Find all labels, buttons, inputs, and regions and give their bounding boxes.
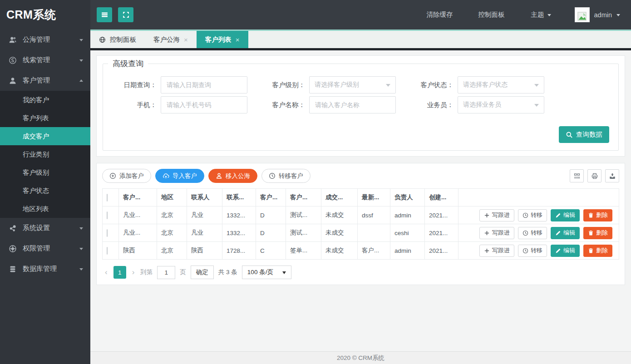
transfer-button[interactable]: 转移 [518,245,547,257]
button-label: 移入公海 [226,172,250,180]
transfer-button[interactable]: 转移 [518,227,547,239]
topbar-right: 清除缓存控制面板主题admin [401,7,621,22]
table-toolbar: 添加客户导入客户移入公海转移客户 [102,169,619,183]
user-icon [9,77,17,85]
database-icon [9,265,17,273]
page-size-select[interactable]: 100 条/页 [242,266,291,279]
tab-label: 客户列表 [205,35,232,44]
search-fieldset: 高级查询 日期查询：客户级别：请选择客户级别客户状态：请选择客户状态手机：客户名… [103,59,619,151]
tab-customer-list[interactable]: 客户列表× [197,31,248,48]
close-icon[interactable]: × [184,36,188,44]
table-cell: 陕西 [119,242,157,260]
delete-button[interactable]: 删除 [583,227,612,239]
tab-customer-public-sea[interactable]: 客户公海× [145,31,197,48]
table-cell: D [256,207,286,224]
sidebar-item-region-list[interactable]: 地区列表 [0,200,90,218]
close-icon[interactable]: × [236,36,240,44]
customer-level-select[interactable]: 请选择客户级别 [309,76,396,93]
caret-down-icon [547,14,551,18]
table-cell: 陕西 [187,242,222,260]
sidebar-item-public-sea-mgmt[interactable]: 公海管理 [0,30,90,50]
app-title: CRM系统 [0,0,90,30]
sidebar-item-system-settings[interactable]: 系统设置 [0,218,90,238]
sidebar-item-permission-mgmt[interactable]: 权限管理 [0,238,90,259]
print-button[interactable] [587,169,601,182]
sidebar-item-database-mgmt[interactable]: 数据库管理 [0,259,90,279]
add-customer-button[interactable]: 添加客户 [102,169,151,183]
sidebar-item-lead-mgmt[interactable]: 线索管理 [0,50,90,70]
select-all-checkbox[interactable] [107,194,108,202]
move-to-public-sea-button[interactable]: 移入公海 [208,169,257,183]
row-checkbox[interactable] [107,229,108,237]
sidebar-item-industry-category[interactable]: 行业类别 [0,145,90,163]
mobile-input[interactable] [161,96,247,113]
prev-page-button[interactable]: ‹ [104,268,109,277]
edit-button[interactable]: 编辑 [551,227,580,239]
header-link-clear-cache[interactable]: 清除缓存 [427,10,453,19]
customer-name-input[interactable] [309,96,396,113]
sidebar-item-customer-mgmt[interactable]: 客户管理 [0,70,90,91]
page-number-button[interactable]: 1 [113,266,126,279]
trash-icon [588,230,594,236]
sidebar: CRM系统 公海管理线索管理客户管理我的客户客户列表成交客户行业类别客户级别客户… [0,0,90,364]
sidebar-item-my-customers[interactable]: 我的客户 [0,91,90,109]
export-button[interactable] [605,169,619,182]
table-cell: C [256,242,286,260]
caret-down-icon [79,268,83,272]
delete-button[interactable]: 删除 [583,209,612,221]
confirm-page-button[interactable]: 确定 [191,266,214,279]
plus-icon [484,248,490,254]
collapse-sidebar-button[interactable] [97,7,112,22]
header-link-control-panel[interactable]: 控制面板 [478,10,505,19]
tab-label: 客户公海 [153,35,180,44]
transfer-button[interactable]: 转移 [518,209,547,221]
hamburger-icon [101,11,108,19]
import-customer-button[interactable]: 导入客户 [155,169,204,183]
salesman-select[interactable]: 请选择业务员 [458,96,544,113]
delete-button[interactable]: 删除 [583,245,612,257]
caret-down-icon [79,39,83,43]
columns-button[interactable] [570,169,584,182]
row-checkbox-cell [103,224,119,242]
sidebar-item-customer-list[interactable]: 客户列表 [0,109,90,127]
user-menu[interactable]: admin [575,7,621,22]
table-cell: 签单... [286,242,321,260]
query-data-button[interactable]: 查询数据 [559,126,609,143]
goto-page-input[interactable] [157,266,175,279]
sidebar-item-customer-status[interactable]: 客户状态 [0,182,90,200]
row-checkbox[interactable] [107,247,108,255]
transfer-customer-button[interactable]: 转移客户 [261,169,311,183]
username: admin [594,11,612,19]
customer-status-select[interactable]: 请选择客户状态 [458,76,544,93]
edit-button[interactable]: 编辑 [551,209,580,221]
sidebar-menu: 公海管理线索管理客户管理我的客户客户列表成交客户行业类别客户级别客户状态地区列表… [0,30,90,279]
column-header: 负责人 [390,189,425,207]
theme-dropdown[interactable]: 主题 [531,10,551,19]
row-checkbox[interactable] [107,212,108,219]
date-query-input[interactable] [161,76,247,93]
wheel-icon [9,245,17,253]
follow-up-button[interactable]: 写跟进 [479,227,514,239]
next-page-button[interactable]: › [131,268,136,277]
caret-down-icon [282,271,286,276]
table-cell: 1728... [222,242,256,260]
sidebar-item-customer-level[interactable]: 客户级别 [0,163,90,182]
sidebar-item-deal-customers[interactable]: 成交客户 [0,127,90,145]
column-header: 创建... [425,189,458,207]
follow-up-button[interactable]: 写跟进 [479,209,514,221]
table-cell: 1332... [222,207,256,224]
field-label: 日期查询： [113,81,157,89]
row-actions: 写跟进转移编辑删除 [463,227,612,239]
edit-button[interactable]: 编辑 [551,245,580,257]
fullscreen-button[interactable] [118,7,133,22]
plus-icon [484,230,490,236]
field-customer-level: 客户级别：请选择客户级别 [262,76,396,93]
tab-dashboard[interactable]: 控制面板 [90,31,145,48]
button-label: 编辑 [563,229,575,237]
column-header-actions [458,189,619,207]
column-header: 客户... [286,189,321,207]
follow-up-button[interactable]: 写跟进 [479,245,514,257]
select-placeholder: 请选择客户级别 [315,81,359,89]
field-mobile: 手机： [113,96,247,113]
sidebar-item-label: 权限管理 [23,244,79,253]
